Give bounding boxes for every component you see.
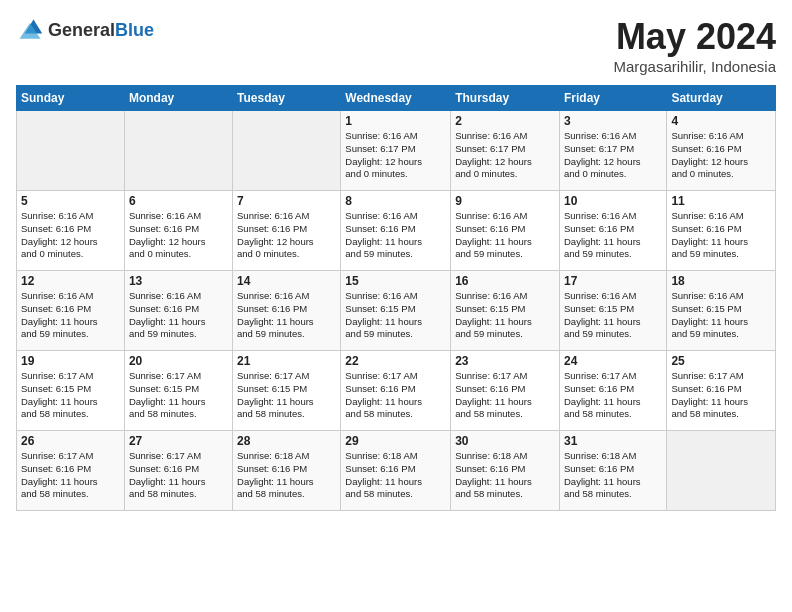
- day-number: 31: [564, 434, 662, 448]
- table-row: 7Sunrise: 6:16 AM Sunset: 6:16 PM Daylig…: [233, 191, 341, 271]
- day-info: Sunrise: 6:16 AM Sunset: 6:16 PM Dayligh…: [671, 130, 771, 181]
- day-number: 4: [671, 114, 771, 128]
- day-number: 17: [564, 274, 662, 288]
- table-row: 21Sunrise: 6:17 AM Sunset: 6:15 PM Dayli…: [233, 351, 341, 431]
- day-number: 23: [455, 354, 555, 368]
- table-row: 16Sunrise: 6:16 AM Sunset: 6:15 PM Dayli…: [451, 271, 560, 351]
- day-number: 26: [21, 434, 120, 448]
- table-row: 19Sunrise: 6:17 AM Sunset: 6:15 PM Dayli…: [17, 351, 125, 431]
- calendar-week-5: 26Sunrise: 6:17 AM Sunset: 6:16 PM Dayli…: [17, 431, 776, 511]
- day-info: Sunrise: 6:17 AM Sunset: 6:16 PM Dayligh…: [345, 370, 446, 421]
- logo-blue: Blue: [115, 20, 154, 40]
- day-info: Sunrise: 6:18 AM Sunset: 6:16 PM Dayligh…: [564, 450, 662, 501]
- calendar-week-1: 1Sunrise: 6:16 AM Sunset: 6:17 PM Daylig…: [17, 111, 776, 191]
- location-title: Margasarihilir, Indonesia: [613, 58, 776, 75]
- day-number: 30: [455, 434, 555, 448]
- day-info: Sunrise: 6:17 AM Sunset: 6:15 PM Dayligh…: [129, 370, 228, 421]
- table-row: 25Sunrise: 6:17 AM Sunset: 6:16 PM Dayli…: [667, 351, 776, 431]
- day-info: Sunrise: 6:17 AM Sunset: 6:16 PM Dayligh…: [455, 370, 555, 421]
- col-saturday: Saturday: [667, 86, 776, 111]
- day-info: Sunrise: 6:16 AM Sunset: 6:16 PM Dayligh…: [455, 210, 555, 261]
- day-number: 12: [21, 274, 120, 288]
- day-number: 21: [237, 354, 336, 368]
- table-row: 24Sunrise: 6:17 AM Sunset: 6:16 PM Dayli…: [559, 351, 666, 431]
- table-row: 18Sunrise: 6:16 AM Sunset: 6:15 PM Dayli…: [667, 271, 776, 351]
- day-number: 25: [671, 354, 771, 368]
- col-tuesday: Tuesday: [233, 86, 341, 111]
- col-friday: Friday: [559, 86, 666, 111]
- day-number: 27: [129, 434, 228, 448]
- title-block: May 2024 Margasarihilir, Indonesia: [613, 16, 776, 75]
- table-row: 13Sunrise: 6:16 AM Sunset: 6:16 PM Dayli…: [124, 271, 232, 351]
- day-info: Sunrise: 6:17 AM Sunset: 6:16 PM Dayligh…: [21, 450, 120, 501]
- table-row: [124, 111, 232, 191]
- day-number: 16: [455, 274, 555, 288]
- day-info: Sunrise: 6:16 AM Sunset: 6:16 PM Dayligh…: [671, 210, 771, 261]
- calendar-table: Sunday Monday Tuesday Wednesday Thursday…: [16, 85, 776, 511]
- table-row: 11Sunrise: 6:16 AM Sunset: 6:16 PM Dayli…: [667, 191, 776, 271]
- day-number: 9: [455, 194, 555, 208]
- calendar-header-row: Sunday Monday Tuesday Wednesday Thursday…: [17, 86, 776, 111]
- table-row: 5Sunrise: 6:16 AM Sunset: 6:16 PM Daylig…: [17, 191, 125, 271]
- day-info: Sunrise: 6:16 AM Sunset: 6:16 PM Dayligh…: [21, 290, 120, 341]
- table-row: 6Sunrise: 6:16 AM Sunset: 6:16 PM Daylig…: [124, 191, 232, 271]
- day-info: Sunrise: 6:16 AM Sunset: 6:16 PM Dayligh…: [564, 210, 662, 261]
- day-info: Sunrise: 6:17 AM Sunset: 6:16 PM Dayligh…: [564, 370, 662, 421]
- day-number: 19: [21, 354, 120, 368]
- day-info: Sunrise: 6:16 AM Sunset: 6:16 PM Dayligh…: [21, 210, 120, 261]
- day-number: 18: [671, 274, 771, 288]
- table-row: 3Sunrise: 6:16 AM Sunset: 6:17 PM Daylig…: [559, 111, 666, 191]
- day-info: Sunrise: 6:16 AM Sunset: 6:17 PM Dayligh…: [455, 130, 555, 181]
- logo-text: GeneralBlue: [48, 20, 154, 41]
- day-info: Sunrise: 6:16 AM Sunset: 6:16 PM Dayligh…: [129, 210, 228, 261]
- table-row: 8Sunrise: 6:16 AM Sunset: 6:16 PM Daylig…: [341, 191, 451, 271]
- table-row: 29Sunrise: 6:18 AM Sunset: 6:16 PM Dayli…: [341, 431, 451, 511]
- day-number: 24: [564, 354, 662, 368]
- table-row: 30Sunrise: 6:18 AM Sunset: 6:16 PM Dayli…: [451, 431, 560, 511]
- day-number: 15: [345, 274, 446, 288]
- table-row: 15Sunrise: 6:16 AM Sunset: 6:15 PM Dayli…: [341, 271, 451, 351]
- day-number: 5: [21, 194, 120, 208]
- table-row: 2Sunrise: 6:16 AM Sunset: 6:17 PM Daylig…: [451, 111, 560, 191]
- day-number: 2: [455, 114, 555, 128]
- day-info: Sunrise: 6:17 AM Sunset: 6:16 PM Dayligh…: [129, 450, 228, 501]
- day-info: Sunrise: 6:16 AM Sunset: 6:16 PM Dayligh…: [345, 210, 446, 261]
- day-number: 14: [237, 274, 336, 288]
- col-monday: Monday: [124, 86, 232, 111]
- day-number: 1: [345, 114, 446, 128]
- table-row: 4Sunrise: 6:16 AM Sunset: 6:16 PM Daylig…: [667, 111, 776, 191]
- logo-icon: [16, 16, 44, 44]
- day-info: Sunrise: 6:16 AM Sunset: 6:15 PM Dayligh…: [345, 290, 446, 341]
- day-info: Sunrise: 6:16 AM Sunset: 6:16 PM Dayligh…: [237, 210, 336, 261]
- day-number: 8: [345, 194, 446, 208]
- logo-general: General: [48, 20, 115, 40]
- day-info: Sunrise: 6:17 AM Sunset: 6:15 PM Dayligh…: [237, 370, 336, 421]
- day-number: 3: [564, 114, 662, 128]
- day-info: Sunrise: 6:16 AM Sunset: 6:15 PM Dayligh…: [671, 290, 771, 341]
- table-row: 22Sunrise: 6:17 AM Sunset: 6:16 PM Dayli…: [341, 351, 451, 431]
- day-info: Sunrise: 6:18 AM Sunset: 6:16 PM Dayligh…: [455, 450, 555, 501]
- day-info: Sunrise: 6:17 AM Sunset: 6:15 PM Dayligh…: [21, 370, 120, 421]
- table-row: 14Sunrise: 6:16 AM Sunset: 6:16 PM Dayli…: [233, 271, 341, 351]
- table-row: 1Sunrise: 6:16 AM Sunset: 6:17 PM Daylig…: [341, 111, 451, 191]
- day-info: Sunrise: 6:16 AM Sunset: 6:15 PM Dayligh…: [564, 290, 662, 341]
- day-info: Sunrise: 6:18 AM Sunset: 6:16 PM Dayligh…: [345, 450, 446, 501]
- col-wednesday: Wednesday: [341, 86, 451, 111]
- table-row: [233, 111, 341, 191]
- table-row: 27Sunrise: 6:17 AM Sunset: 6:16 PM Dayli…: [124, 431, 232, 511]
- table-row: 28Sunrise: 6:18 AM Sunset: 6:16 PM Dayli…: [233, 431, 341, 511]
- table-row: 23Sunrise: 6:17 AM Sunset: 6:16 PM Dayli…: [451, 351, 560, 431]
- month-title: May 2024: [613, 16, 776, 58]
- calendar-week-4: 19Sunrise: 6:17 AM Sunset: 6:15 PM Dayli…: [17, 351, 776, 431]
- table-row: 10Sunrise: 6:16 AM Sunset: 6:16 PM Dayli…: [559, 191, 666, 271]
- table-row: 26Sunrise: 6:17 AM Sunset: 6:16 PM Dayli…: [17, 431, 125, 511]
- day-number: 10: [564, 194, 662, 208]
- day-info: Sunrise: 6:17 AM Sunset: 6:16 PM Dayligh…: [671, 370, 771, 421]
- day-info: Sunrise: 6:16 AM Sunset: 6:16 PM Dayligh…: [129, 290, 228, 341]
- day-number: 13: [129, 274, 228, 288]
- day-number: 6: [129, 194, 228, 208]
- table-row: [667, 431, 776, 511]
- day-number: 20: [129, 354, 228, 368]
- table-row: 9Sunrise: 6:16 AM Sunset: 6:16 PM Daylig…: [451, 191, 560, 271]
- day-number: 22: [345, 354, 446, 368]
